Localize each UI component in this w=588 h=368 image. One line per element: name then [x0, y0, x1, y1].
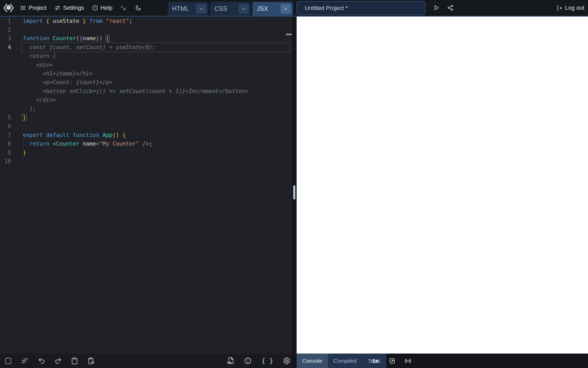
project-menu-button[interactable]: Project — [20, 4, 46, 11]
translate-icon: x̄ A — [120, 4, 127, 11]
tab-css[interactable]: CSS — [210, 2, 251, 16]
svg-text:x̄: x̄ — [121, 5, 123, 9]
logout-label: Log out — [565, 4, 584, 11]
theme-toggle-button[interactable] — [135, 5, 141, 11]
main-menu: Project Settings ? Help — [20, 0, 141, 16]
tab-jsx-dropdown[interactable] — [281, 4, 291, 14]
code-line: 6 — [0, 122, 292, 131]
project-name-input[interactable] — [296, 1, 426, 15]
info-button[interactable] — [244, 357, 252, 365]
code-area[interactable]: 1import { useState } from "react";23func… — [0, 17, 292, 166]
help-menu-label: Help — [101, 4, 112, 11]
selection-icon — [4, 357, 12, 365]
cube-icon — [7, 5, 11, 10]
tab-css-dropdown[interactable] — [238, 4, 249, 14]
settings-menu-button[interactable]: Settings — [54, 4, 84, 11]
svg-text:A: A — [123, 7, 126, 11]
file-tabs: HTML CSS JSX — [168, 2, 293, 16]
help-icon: ? — [92, 5, 98, 11]
settings-menu-label: Settings — [63, 4, 84, 11]
editor-status-bar: { } — [0, 354, 292, 368]
hamburger-icon — [20, 5, 26, 11]
tab-jsx[interactable]: JSX — [252, 2, 293, 16]
editor-settings-toolbar: { } — [227, 354, 291, 368]
format-code-button[interactable] — [21, 357, 29, 365]
editor-toolbar — [4, 354, 94, 368]
clear-clipboard-button[interactable] — [87, 357, 94, 365]
run-button[interactable] — [433, 4, 440, 11]
line-number: 5 — [0, 114, 11, 121]
file-link-button[interactable] — [227, 357, 234, 365]
braces-icon: { } — [261, 357, 273, 364]
copy-button[interactable] — [71, 357, 78, 365]
file-link-icon — [227, 357, 234, 365]
code-line: 10 — [0, 157, 292, 166]
app-logo[interactable] — [3, 2, 15, 14]
tab-compiled-label: Compiled — [333, 358, 357, 364]
splitter-handle[interactable] — [293, 185, 295, 200]
line-number: 9 — [0, 150, 11, 156]
sliders-icon — [54, 5, 61, 11]
code-line: 4 const [count, setCount] = useState(0); — [0, 43, 292, 52]
tab-css-label: CSS — [214, 5, 227, 12]
code-line: <p>Count: {count}</p> — [0, 78, 292, 87]
moon-icon — [135, 5, 141, 11]
clipboard-remove-icon — [87, 357, 94, 365]
info-icon — [244, 357, 252, 365]
line-number: 1 — [0, 18, 11, 24]
tab-jsx-label: JSX — [257, 5, 268, 12]
code-editor[interactable]: 1import { useState } from "react";23func… — [0, 17, 292, 354]
code-line: 3function Counter({name}) { — [0, 34, 292, 43]
editor-settings-button[interactable] — [283, 357, 291, 365]
code-line: 9} — [0, 148, 292, 157]
format-icon — [21, 357, 29, 365]
code-line: return ( — [0, 52, 292, 60]
redo-button[interactable] — [54, 357, 62, 365]
broadcast-icon — [404, 357, 412, 365]
code-line: 5} — [0, 113, 292, 122]
line-number: 8 — [0, 141, 11, 147]
tab-compiled[interactable]: Compiled — [328, 354, 362, 368]
gear-icon — [283, 357, 291, 365]
code-line: ); — [0, 104, 292, 113]
tab-html-dropdown[interactable] — [196, 4, 207, 14]
snippets-button[interactable]: { } — [261, 357, 273, 364]
code-line: <h1>{name}</h1> — [0, 69, 292, 78]
line-number: 6 — [0, 123, 11, 129]
undo-button[interactable] — [38, 357, 45, 365]
tab-console[interactable]: Console — [297, 354, 328, 368]
line-number: 10 — [0, 158, 11, 165]
line-number: 7 — [0, 132, 11, 138]
chevron-down-icon — [199, 6, 204, 12]
code-line: <div> — [0, 60, 292, 69]
preview-pane — [297, 17, 588, 354]
help-menu-button[interactable]: ? Help — [92, 4, 112, 11]
code-line: 7export default function App() { — [0, 131, 292, 139]
play-icon — [433, 4, 440, 11]
tab-html-label: HTML — [172, 5, 189, 12]
clipboard-icon — [71, 357, 78, 365]
preview-status-bar: Console Compiled Tests 1x — [292, 354, 588, 368]
pane-splitter[interactable] — [292, 17, 297, 354]
open-preview-window-button[interactable] — [388, 357, 396, 365]
line-number: 4 — [0, 44, 11, 50]
select-all-button[interactable] — [4, 357, 12, 365]
tab-html[interactable]: HTML — [168, 2, 208, 16]
tab-console-label: Console — [302, 358, 322, 364]
playback-speed-button[interactable]: 1x — [372, 354, 378, 368]
chevron-down-icon — [241, 6, 246, 12]
share-button[interactable] — [447, 4, 454, 11]
playground-window: Project Settings ? Help — [0, 0, 588, 368]
speed-label: 1x — [372, 358, 378, 364]
top-bar: Project Settings ? Help — [0, 0, 588, 16]
translate-button[interactable]: x̄ A — [120, 4, 127, 11]
line-number: 3 — [0, 35, 11, 42]
project-menu-label: Project — [29, 4, 46, 11]
chevron-down-icon — [283, 6, 288, 12]
logout-button[interactable]: Log out — [556, 0, 584, 16]
line-number: 2 — [0, 27, 11, 33]
svg-text:?: ? — [94, 6, 96, 10]
undo-icon — [38, 357, 45, 365]
live-reload-button[interactable] — [404, 357, 412, 365]
share-icon — [447, 4, 454, 11]
